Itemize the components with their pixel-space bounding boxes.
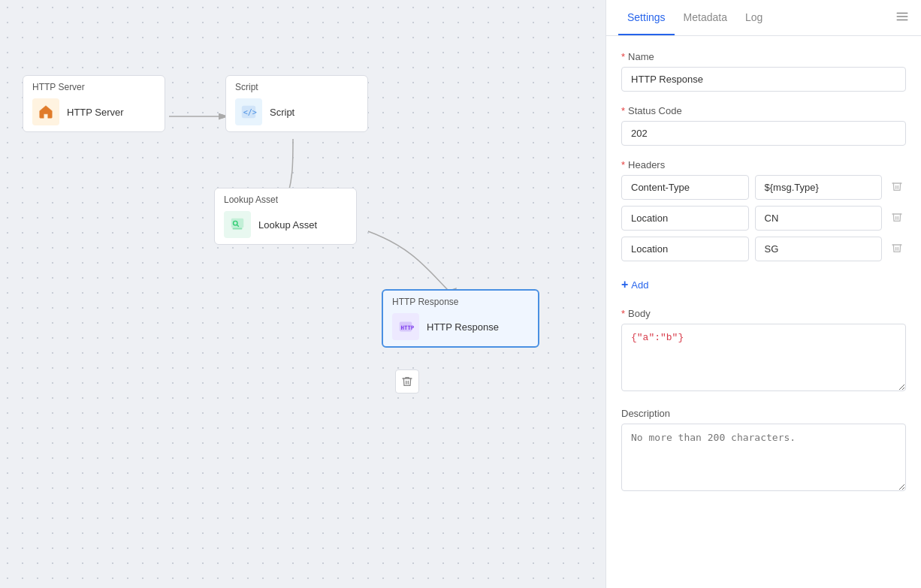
- canvas: HTTP Server HTTP Server Script </> Scrip…: [0, 0, 605, 588]
- status-code-field-group: *Status Code: [621, 105, 906, 146]
- headers-label: *Headers: [621, 159, 906, 170]
- body-field-group: *Body: [621, 308, 906, 394]
- header-key-1[interactable]: [621, 175, 749, 200]
- name-field-group: *Name: [621, 51, 906, 92]
- right-panel: Settings Metadata Log *Name *Status Code: [605, 0, 921, 588]
- svg-text:</>: </>: [243, 108, 257, 116]
- node-lookup-asset-title: Lookup Asset: [224, 194, 347, 205]
- header-row-2: [621, 206, 906, 231]
- node-script[interactable]: Script </> Script: [225, 75, 368, 132]
- description-field-group: Description: [621, 408, 906, 494]
- panel-header: Settings Metadata Log: [606, 0, 921, 36]
- tab-metadata[interactable]: Metadata: [675, 1, 736, 35]
- description-textarea[interactable]: [621, 424, 906, 491]
- node-http-server-icon: [32, 98, 59, 125]
- header-value-1[interactable]: [755, 175, 883, 200]
- header-delete-3[interactable]: [888, 239, 906, 260]
- node-http-response-title: HTTP Response: [392, 297, 529, 307]
- status-code-required-star: *: [621, 105, 625, 116]
- node-http-response-icon: HTTP: [392, 313, 419, 340]
- body-label: *Body: [621, 308, 906, 319]
- header-value-3[interactable]: [755, 237, 883, 261]
- header-row-3: [621, 237, 906, 261]
- delete-node-button[interactable]: [395, 369, 419, 394]
- node-http-server-title: HTTP Server: [32, 82, 156, 92]
- body-textarea[interactable]: [621, 324, 906, 391]
- body-required-star: *: [621, 308, 625, 319]
- status-code-input[interactable]: [621, 121, 906, 146]
- tab-log[interactable]: Log: [736, 1, 772, 35]
- node-script-icon: </>: [235, 98, 262, 125]
- node-lookup-asset-label: Lookup Asset: [258, 219, 317, 231]
- header-value-2[interactable]: [755, 206, 883, 231]
- header-delete-1[interactable]: [888, 177, 906, 198]
- header-key-2[interactable]: [621, 206, 749, 231]
- svg-rect-10: [233, 228, 243, 230]
- headers-field-group: *Headers: [621, 159, 906, 261]
- node-lookup-asset-icon: [224, 211, 251, 238]
- header-delete-2[interactable]: [888, 208, 906, 229]
- node-script-label: Script: [270, 107, 294, 118]
- node-http-server[interactable]: HTTP Server HTTP Server: [23, 75, 165, 132]
- node-http-response[interactable]: HTTP Response HTTP HTTP Response: [382, 289, 539, 348]
- name-label: *Name: [621, 51, 906, 62]
- header-row-1: [621, 175, 906, 200]
- node-http-server-label: HTTP Server: [67, 107, 124, 118]
- status-code-label: *Status Code: [621, 105, 906, 116]
- header-key-3[interactable]: [621, 237, 749, 261]
- add-label: Add: [631, 279, 648, 291]
- trash-icon: [401, 375, 413, 387]
- svg-text:HTTP: HTTP: [401, 324, 414, 331]
- node-lookup-asset[interactable]: Lookup Asset Lookup Asset: [214, 188, 357, 245]
- add-header-button[interactable]: + Add: [621, 275, 648, 294]
- add-icon: +: [621, 278, 628, 291]
- description-label: Description: [621, 408, 906, 419]
- tab-settings[interactable]: Settings: [618, 1, 675, 35]
- name-required-star: *: [621, 51, 625, 62]
- headers-required-star: *: [621, 159, 625, 170]
- node-http-response-label: HTTP Response: [427, 321, 499, 333]
- panel-content: *Name *Status Code *Headers: [606, 36, 921, 588]
- panel-menu-icon[interactable]: [895, 10, 909, 26]
- node-script-title: Script: [235, 82, 358, 92]
- name-input[interactable]: [621, 67, 906, 92]
